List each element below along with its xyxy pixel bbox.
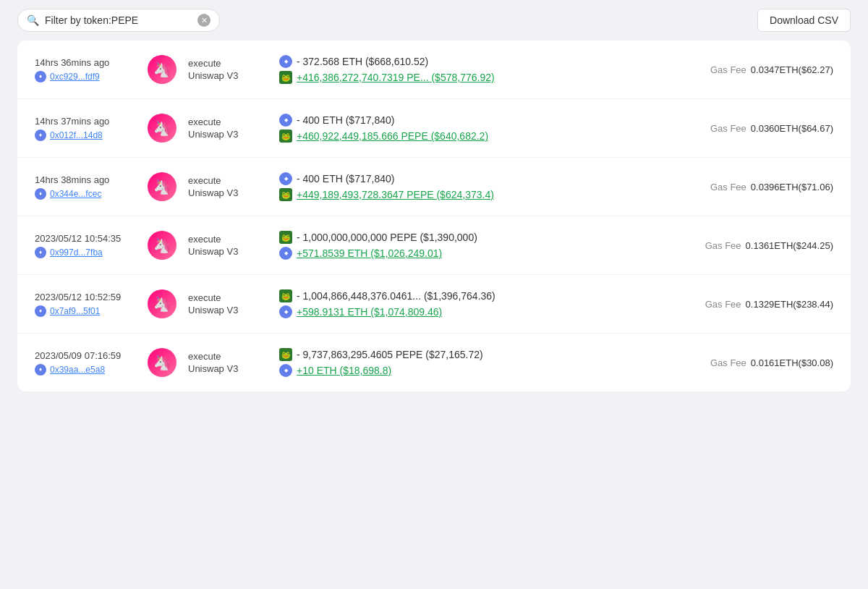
tx-action-section: executeUniswap V3 [188,58,268,81]
tx-hash-link[interactable]: 0x012f...14d8 [50,130,103,140]
uniswap-icon: 🦄 [148,172,176,201]
tx-hash-link[interactable]: 0xc929...fdf9 [50,72,100,82]
table-row: 2023/05/09 07:16:590x39aa...e5a8🦄execute… [17,334,851,391]
tx-timestamp: 2023/05/12 10:52:59 [35,292,136,302]
uniswap-icon: 🦄 [148,55,176,84]
uniswap-icon: 🦄 [148,231,176,260]
gas-fee-value: 0.0347ETH($62.27) [751,64,833,75]
search-box[interactable]: 🔍 Filter by token:PEPE ✕ [17,9,220,32]
tx-timestamp: 14hrs 38mins ago [35,174,136,185]
gas-fee-label: Gas Fee [705,240,741,251]
eth-chain-icon [35,247,46,258]
eth-chain-icon [35,188,46,200]
tx-hash-row: 0x012f...14d8 [35,130,136,141]
amount-out-value: - 372.568 ETH ($668,610.52) [297,56,428,67]
tx-action-label: execute [188,175,268,186]
gas-fee-section: Gas Fee0.0396ETH($71.06) [674,182,833,192]
tx-action-section: executeUniswap V3 [188,116,268,140]
tx-hash-link[interactable]: 0x344e...fcec [50,189,101,199]
gas-fee-section: Gas Fee0.0161ETH($30.08) [674,357,833,368]
gas-fee-value: 0.0161ETH($30.08) [751,357,833,368]
tx-protocol-label: Uniswap V3 [188,129,268,140]
gas-fee-section: Gas Fee0.0347ETH($62.27) [674,64,833,75]
tx-hash-link[interactable]: 0x39aa...e5a8 [50,365,105,375]
uniswap-icon: 🦄 [148,114,176,143]
tx-time-section: 14hrs 38mins ago0x344e...fcec [35,174,136,200]
tx-action-label: execute [188,351,268,362]
eth-token-icon [279,55,292,68]
eth-token-icon [279,247,292,260]
gas-fee-value: 0.0396ETH($71.06) [751,182,833,192]
tx-action-label: execute [188,234,268,245]
table-row: 14hrs 38mins ago0x344e...fcec🦄executeUni… [17,158,851,216]
tx-amounts-section: - 400 ETH ($717,840)🐸+449,189,493,728.36… [279,172,663,201]
pepe-token-icon: 🐸 [279,71,292,84]
tx-time-section: 14hrs 37mins ago0x012f...14d8 [35,116,136,141]
amount-out-value: - 1,004,866,448,376.0461... ($1,396,764.… [297,290,495,302]
gas-fee-row: Gas Fee0.0396ETH($71.06) [710,182,833,192]
transactions-list: 14hrs 36mins ago0xc929...fdf9🦄executeUni… [17,41,851,391]
tx-time-section: 2023/05/12 10:54:350x997d...7fba [35,233,136,258]
tx-action-section: executeUniswap V3 [188,351,268,374]
tx-timestamp: 2023/05/09 07:16:59 [35,350,136,361]
amount-out-value: - 400 ETH ($717,840) [297,114,394,126]
search-icon: 🔍 [27,14,39,26]
gas-fee-section: Gas Fee0.0360ETH($64.67) [674,123,833,134]
table-row: 2023/05/12 10:54:350x997d...7fba🦄execute… [17,216,851,275]
tx-time-section: 2023/05/12 10:52:590x7af9...5f01 [35,292,136,317]
clear-button[interactable]: ✕ [197,14,210,27]
tx-hash-link[interactable]: 0x997d...7fba [50,247,103,258]
amount-out-row: 🐸- 1,000,000,000,000 PEPE ($1,390,000) [279,231,663,244]
amount-out-row: - 400 ETH ($717,840) [279,114,663,127]
gas-fee-label: Gas Fee [710,123,746,134]
eth-token-icon [279,172,292,185]
uniswap-icon: 🦄 [148,348,176,377]
amount-in-value[interactable]: +571.8539 ETH ($1,026,249.01) [297,247,442,259]
gas-fee-label: Gas Fee [705,299,741,310]
tx-hash-row: 0x997d...7fba [35,247,136,258]
gas-fee-label: Gas Fee [710,64,746,75]
tx-protocol-label: Uniswap V3 [188,70,268,81]
amount-in-row: 🐸+460,922,449,185.666 PEPE ($640,682.2) [279,130,663,143]
tx-amounts-section: - 400 ETH ($717,840)🐸+460,922,449,185.66… [279,114,663,143]
tx-amounts-section: 🐸- 1,000,000,000,000 PEPE ($1,390,000)+5… [279,231,663,260]
amount-out-value: - 400 ETH ($717,840) [297,173,394,185]
gas-fee-row: Gas Fee0.1329ETH($238.44) [705,299,833,310]
gas-fee-label: Gas Fee [710,357,746,368]
amount-in-row: +10 ETH ($18,698.8) [279,364,663,377]
tx-hash-row: 0x344e...fcec [35,188,136,200]
amount-in-row: +571.8539 ETH ($1,026,249.01) [279,247,663,260]
pepe-token-icon: 🐸 [279,289,292,302]
gas-fee-value: 0.1361ETH($244.25) [746,240,833,251]
download-csv-button[interactable]: Download CSV [757,9,851,32]
eth-chain-icon [35,130,46,141]
uniswap-icon: 🦄 [148,289,176,318]
tx-hash-row: 0x39aa...e5a8 [35,364,136,376]
amount-out-row: - 372.568 ETH ($668,610.52) [279,55,663,68]
tx-action-section: executeUniswap V3 [188,292,268,315]
amount-in-value[interactable]: +416,386,272,740.7319 PE... ($578,776.92… [297,72,495,83]
tx-action-label: execute [188,292,268,303]
eth-token-icon [279,305,292,318]
gas-fee-row: Gas Fee0.1361ETH($244.25) [705,240,833,251]
eth-chain-icon [35,305,46,317]
table-row: 14hrs 37mins ago0x012f...14d8🦄executeUni… [17,99,851,158]
amount-out-row: - 400 ETH ($717,840) [279,172,663,185]
tx-action-section: executeUniswap V3 [188,234,268,257]
amount-in-value[interactable]: +10 ETH ($18,698.8) [297,365,391,376]
gas-fee-row: Gas Fee0.0360ETH($64.67) [710,123,833,134]
tx-hash-link[interactable]: 0x7af9...5f01 [50,306,100,316]
amount-in-value[interactable]: +460,922,449,185.666 PEPE ($640,682.2) [297,130,488,142]
eth-token-icon [279,364,292,377]
tx-amounts-section: 🐸- 9,737,863,295.4605 PEPE ($27,165.72)+… [279,348,663,377]
amount-in-value[interactable]: +449,189,493,728.3647 PEPE ($624,373.4) [297,189,494,200]
pepe-token-icon: 🐸 [279,231,292,244]
amount-in-row: 🐸+416,386,272,740.7319 PE... ($578,776.9… [279,71,663,84]
tx-protocol-label: Uniswap V3 [188,187,268,198]
gas-fee-row: Gas Fee0.0347ETH($62.27) [710,64,833,75]
amount-in-value[interactable]: +598.9131 ETH ($1,074,809.46) [297,306,442,318]
tx-action-label: execute [188,58,268,69]
search-text: Filter by token:PEPE [45,14,192,26]
gas-fee-row: Gas Fee0.0161ETH($30.08) [710,357,833,368]
eth-token-icon [279,114,292,127]
